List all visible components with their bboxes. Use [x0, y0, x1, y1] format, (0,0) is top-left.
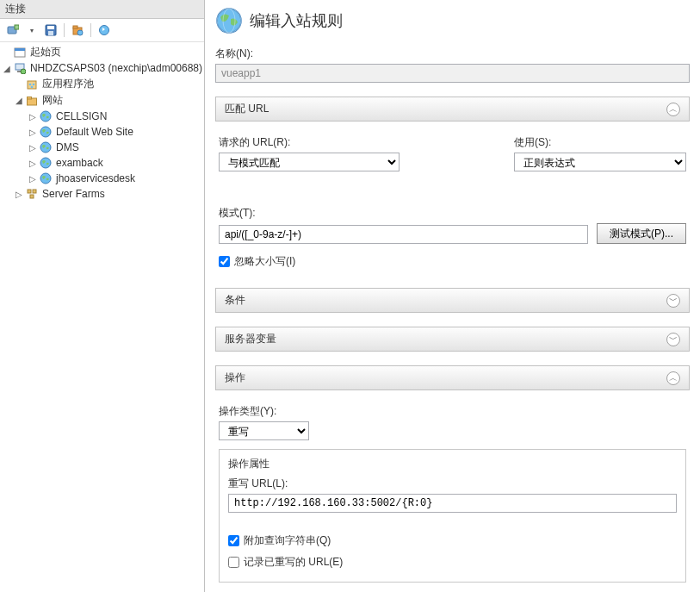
action-type-select[interactable]: 重写: [219, 421, 309, 440]
sites-folder-icon: [25, 94, 39, 108]
chevron-down-icon[interactable]: ﹀: [666, 294, 680, 308]
use-select[interactable]: 正则表达式: [514, 153, 686, 171]
test-pattern-button[interactable]: 测试模式(P)...: [597, 223, 686, 244]
connect-icon[interactable]: [5, 22, 21, 38]
name-input[interactable]: [215, 64, 690, 83]
expand-toggle-icon[interactable]: ▷: [28, 173, 38, 184]
svg-point-24: [40, 173, 51, 184]
tree-label: examback: [56, 157, 103, 169]
action-props-title: 操作属性: [228, 457, 677, 471]
tree-site-item[interactable]: ▷ Default Web Site: [0, 124, 204, 140]
tree-server[interactable]: ◢ NHDZCSAPS03 (nexchip\adm00688): [0, 60, 204, 76]
svg-point-23: [40, 158, 51, 168]
append-querystring-label: 附加查询字符串(Q): [244, 533, 331, 548]
tree-label: DMS: [56, 141, 79, 153]
dropdown-icon[interactable]: ▾: [24, 22, 40, 38]
collapse-toggle-icon[interactable]: ◢: [2, 63, 12, 73]
chevron-up-icon[interactable]: ︿: [666, 103, 680, 116]
servervars-header[interactable]: 服务器变量 ﹀: [215, 327, 690, 352]
collapse-toggle-icon[interactable]: ◢: [14, 96, 24, 106]
svg-point-21: [40, 127, 51, 137]
tree-label: NHDZCSAPS03 (nexchip\adm00688): [30, 62, 202, 74]
svg-point-15: [29, 83, 32, 85]
action-type-label: 操作类型(Y):: [219, 404, 686, 419]
pattern-label: 模式(T):: [219, 206, 686, 221]
svg-rect-27: [30, 195, 34, 198]
conditions-header[interactable]: 条件 ﹀: [215, 288, 690, 313]
tree-site-item[interactable]: ▷ DMS: [0, 140, 204, 155]
svg-rect-19: [28, 97, 32, 99]
svg-point-17: [31, 85, 34, 88]
blank-toggle: [2, 47, 12, 58]
toolbar-separator: [64, 23, 65, 37]
svg-rect-6: [73, 26, 77, 28]
tree-sites[interactable]: ◢ 网站: [0, 92, 204, 109]
section-title: 条件: [225, 293, 245, 308]
rewrite-url-input[interactable]: [228, 494, 677, 513]
action-header[interactable]: 操作 ︿: [215, 365, 690, 390]
match-url-header[interactable]: 匹配 URL ︿: [215, 97, 690, 122]
tree-start-page[interactable]: 起始页: [0, 44, 204, 60]
action-section: 操作 ︿ 操作类型(Y): 重写 操作属性 重写 URL(L): 附加查: [215, 365, 690, 592]
app-pool-icon: [25, 78, 39, 91]
content-panel: 编辑入站规则 名称(N): 匹配 URL ︿ 请求的 URL(R): 与模式匹配: [205, 0, 700, 592]
tree-label: jhoaservicesdesk: [56, 172, 135, 184]
ignorecase-label: 忽略大小写(I): [234, 254, 295, 269]
append-querystring-checkbox[interactable]: [228, 535, 239, 546]
save-icon[interactable]: [43, 22, 59, 38]
tree-site-item[interactable]: ▷ jhoaservicesdesk: [0, 171, 204, 186]
svg-rect-26: [33, 190, 36, 193]
request-url-label: 请求的 URL(R):: [219, 135, 400, 150]
toolbar-separator: [90, 23, 91, 37]
globe-icon: [39, 140, 53, 154]
match-url-section: 匹配 URL ︿ 请求的 URL(R): 与模式匹配 使用(S):: [215, 97, 690, 274]
expand-toggle-icon[interactable]: ▷: [28, 158, 38, 168]
conditions-section: 条件 ﹀: [215, 288, 690, 313]
globe-icon: [39, 125, 53, 139]
tree-app-pools[interactable]: 应用程序池: [0, 76, 204, 92]
chevron-down-icon[interactable]: ﹀: [666, 333, 680, 346]
tree-server-farms[interactable]: ▷ Server Farms: [0, 186, 204, 202]
expand-toggle-icon[interactable]: ▷: [28, 127, 38, 137]
expand-toggle-icon[interactable]: ▷: [28, 142, 38, 153]
svg-point-22: [40, 142, 51, 153]
tree-site-item[interactable]: ▷ examback: [0, 155, 204, 171]
expand-toggle-icon[interactable]: ▷: [28, 111, 38, 122]
svg-rect-3: [47, 26, 54, 29]
tree-label: Server Farms: [42, 188, 105, 200]
section-title: 操作: [225, 371, 245, 385]
log-rewritten-checkbox[interactable]: [228, 557, 239, 568]
use-label: 使用(S):: [514, 135, 686, 150]
page-header: 编辑入站规则: [205, 0, 700, 41]
connections-panel: 连接 ▾ 起始页: [0, 0, 205, 592]
chevron-up-icon[interactable]: ︿: [666, 371, 680, 385]
connections-header: 连接: [0, 0, 204, 19]
sites-toolbar-icon[interactable]: [70, 22, 85, 38]
globe-icon: [39, 156, 53, 170]
name-label: 名称(N):: [215, 47, 690, 61]
pattern-input[interactable]: [219, 225, 588, 244]
start-page-icon: [13, 46, 27, 59]
request-url-select[interactable]: 与模式匹配: [219, 153, 400, 171]
svg-rect-10: [15, 48, 25, 51]
server-icon: [13, 61, 27, 75]
refresh-icon[interactable]: [96, 22, 112, 38]
svg-rect-1: [15, 25, 19, 29]
svg-point-16: [33, 83, 35, 85]
tree-site-item[interactable]: ▷ CELLSIGN: [0, 109, 204, 124]
svg-rect-4: [48, 31, 53, 35]
expand-toggle-icon[interactable]: ▷: [14, 189, 24, 199]
tree-label: 应用程序池: [42, 77, 94, 91]
page-title: 编辑入站规则: [250, 10, 343, 31]
svg-point-8: [100, 26, 109, 35]
log-rewritten-label: 记录已重写的 URL(E): [244, 555, 343, 570]
ignorecase-checkbox[interactable]: [219, 256, 230, 267]
globe-icon: [39, 171, 53, 185]
globe-large-icon: [215, 7, 243, 34]
svg-point-20: [40, 111, 51, 122]
tree-label: 起始页: [30, 45, 61, 59]
action-props-fieldset: 操作属性 重写 URL(L): 附加查询字符串(Q) 记录已重写的 URL(E): [219, 449, 686, 583]
tree-label: CELLSIGN: [56, 110, 107, 122]
section-title: 服务器变量: [225, 332, 276, 346]
connections-tree: 起始页 ◢ NHDZCSAPS03 (nexchip\adm00688) 应用程…: [0, 42, 204, 592]
